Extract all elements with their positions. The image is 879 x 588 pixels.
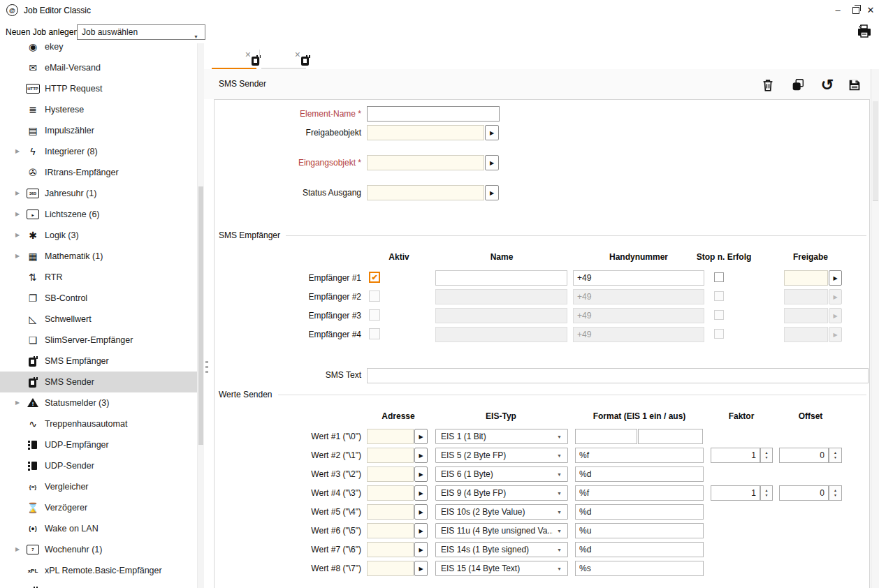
- sidebar-item-udp-sender[interactable]: UDP-Sender: [0, 455, 197, 476]
- eis-typ-select-1[interactable]: EIS 1 (1 Bit)▼: [435, 429, 568, 444]
- adresse-picker-button-8[interactable]: ▶: [414, 561, 428, 576]
- sidebar-item-xpl-remote-basic-empf-nger[interactable]: xPLxPL Remote.Basic-Empfänger: [0, 560, 197, 581]
- adresse-picker-button-6[interactable]: ▶: [414, 523, 428, 538]
- faktor-spinner-2[interactable]: ▲▼: [760, 448, 773, 463]
- tab-close-icon[interactable]: ×: [245, 49, 251, 60]
- eis-typ-select-2[interactable]: EIS 5 (2 Byte FP)▼: [435, 448, 568, 463]
- sidebar-item-schwellwert[interactable]: ◺Schwellwert: [0, 309, 197, 330]
- freigabe-picker-button-1[interactable]: ▶: [829, 270, 842, 286]
- offset-spinner-4[interactable]: ▲▼: [829, 485, 842, 501]
- reset-button[interactable]: ↺: [818, 76, 836, 94]
- panel-scrollbar-thumb[interactable]: [873, 101, 878, 201]
- format-input-2[interactable]: [575, 448, 704, 463]
- eis-typ-select-8[interactable]: EIS 15 (14 Byte Text)▼: [435, 561, 568, 576]
- tab-sms-sender-1[interactable]: ×: [212, 43, 256, 69]
- adresse-picker-button-4[interactable]: ▶: [414, 485, 428, 501]
- faktor-spinner-4[interactable]: ▲▼: [760, 485, 773, 501]
- freigabeobjekt-picker-button[interactable]: ▶: [485, 125, 499, 140]
- eis-typ-select-6[interactable]: EIS 11u (4 Byte unsigned Va...▼: [435, 523, 568, 538]
- adresse-picker-button-1[interactable]: ▶: [414, 429, 428, 444]
- sidebar-item-integrierer-8[interactable]: ▶ϟIntegrierer (8): [0, 141, 197, 162]
- eis-typ-select-5[interactable]: EIS 10s (2 Byte Value)▼: [435, 504, 568, 520]
- adresse-input-8[interactable]: [367, 561, 414, 576]
- adresse-input-2[interactable]: [367, 448, 414, 463]
- format-input-4[interactable]: [575, 485, 704, 501]
- offset-spinner-2[interactable]: ▲▼: [829, 448, 842, 463]
- sidebar-item-impulsz-hler[interactable]: ▤Impulszähler: [0, 120, 197, 141]
- expand-arrow-icon[interactable]: ▶: [15, 399, 24, 406]
- format-ein-input-1[interactable]: [575, 429, 637, 444]
- adresse-picker-button-3[interactable]: ▶: [414, 466, 428, 482]
- delete-button[interactable]: [759, 76, 777, 94]
- adresse-input-5[interactable]: [367, 504, 414, 520]
- sidebar-item-sb-control[interactable]: ❐SB-Control: [0, 288, 197, 309]
- adresse-picker-button-7[interactable]: ▶: [414, 542, 428, 557]
- expand-arrow-icon[interactable]: ▶: [15, 253, 24, 259]
- sidebar-item-udp-empf-nger[interactable]: UDP-Empfänger: [0, 434, 197, 455]
- tab-close-icon[interactable]: ×: [295, 49, 300, 60]
- job-select-dropdown[interactable]: Job auswählen ▼: [77, 24, 205, 40]
- adresse-picker-button-2[interactable]: ▶: [414, 448, 428, 463]
- name-input-1[interactable]: [435, 270, 567, 286]
- print-button[interactable]: [855, 23, 873, 41]
- sidebar-item-wochenuhr-1[interactable]: ▶7Wochenuhr (1): [0, 539, 197, 560]
- sidebar-splitter[interactable]: [204, 43, 214, 588]
- sidebar-item-slimserver-empf-nger[interactable]: ❏SlimServer-Empfänger: [0, 330, 197, 351]
- format-input-3[interactable]: [575, 466, 704, 482]
- sidebar-item-logik-3[interactable]: ▶✱Logik (3): [0, 225, 197, 246]
- tab-sms-sender-2[interactable]: ×: [261, 43, 306, 69]
- expand-arrow-icon[interactable]: ▶: [15, 546, 24, 552]
- faktor-input-4[interactable]: [711, 485, 760, 501]
- expand-arrow-icon[interactable]: ▶: [15, 148, 24, 154]
- eingangsobjekt-input[interactable]: [367, 155, 484, 170]
- format-input-5[interactable]: [575, 504, 704, 520]
- status-ausgang-input[interactable]: [367, 185, 484, 200]
- aktiv-checkbox-1[interactable]: ✔: [369, 272, 380, 283]
- adresse-input-3[interactable]: [367, 466, 414, 482]
- eis-typ-select-4[interactable]: EIS 9 (4 Byte FP)▼: [435, 485, 568, 501]
- duplicate-button[interactable]: [789, 76, 807, 94]
- sidebar-item-lichtszene-6[interactable]: ▶▸Lichtszene (6): [0, 204, 197, 225]
- sidebar-item-jahresuhr-1[interactable]: ▶365Jahresuhr (1): [0, 183, 197, 204]
- adresse-input-4[interactable]: [367, 485, 414, 501]
- sidebar-item-rtr[interactable]: ⇅RTR: [0, 267, 197, 288]
- sidebar-item-sms-empf-nger[interactable]: SMS Empfänger: [0, 351, 197, 372]
- element-name-input[interactable]: [367, 106, 500, 122]
- sidebar-item-ekey[interactable]: ◉ekey: [0, 43, 197, 57]
- save-button[interactable]: [845, 76, 864, 94]
- expand-arrow-icon[interactable]: ▶: [15, 232, 24, 238]
- sidebar-item-verz-gerer[interactable]: ⌛Verzögerer: [0, 497, 197, 518]
- adresse-input-7[interactable]: [367, 542, 414, 557]
- eingangsobjekt-picker-button[interactable]: ▶: [485, 155, 499, 170]
- stop-checkbox-1[interactable]: [714, 272, 724, 282]
- sidebar-item-email-versand[interactable]: ✉eMail-Versand: [0, 57, 197, 78]
- faktor-input-2[interactable]: [711, 448, 760, 463]
- format-aus-input-1[interactable]: [638, 429, 703, 444]
- adresse-input-6[interactable]: [367, 523, 414, 538]
- offset-input-2[interactable]: [779, 448, 829, 463]
- sidebar-item-item[interactable]: [0, 581, 197, 588]
- adresse-input-1[interactable]: [367, 429, 414, 444]
- sidebar-item-http-request[interactable]: HTTPHTTP Request: [0, 78, 197, 99]
- sidebar-item-treppenhausautomat[interactable]: ∿Treppenhausautomat: [0, 413, 197, 434]
- sidebar-item-mathematik-1[interactable]: ▶▦Mathematik (1): [0, 246, 197, 267]
- sidebar-scrollbar-thumb[interactable]: [198, 186, 203, 445]
- expand-arrow-icon[interactable]: ▶: [15, 190, 24, 196]
- sidebar-item-sms-sender[interactable]: SMS Sender: [0, 372, 197, 392]
- freigabeobjekt-input[interactable]: [367, 125, 484, 140]
- eis-typ-select-3[interactable]: EIS 6 (1 Byte)▼: [435, 466, 568, 482]
- format-input-7[interactable]: [575, 542, 704, 557]
- format-input-6[interactable]: [575, 523, 704, 538]
- sms-text-input[interactable]: [367, 368, 869, 383]
- sidebar-item-irtrans-empf-nger[interactable]: ✇IRtrans-Empfänger: [0, 162, 197, 183]
- freigabe-input-1[interactable]: [784, 270, 828, 286]
- sidebar-item-hysterese[interactable]: ≣Hysterese: [0, 99, 197, 120]
- sidebar-scrollbar[interactable]: [197, 43, 204, 588]
- eis-typ-select-7[interactable]: EIS 14s (1 Byte signed)▼: [435, 542, 568, 557]
- panel-scrollbar[interactable]: [871, 69, 879, 588]
- status-ausgang-picker-button[interactable]: ▶: [485, 185, 499, 200]
- format-input-8[interactable]: [575, 561, 704, 576]
- sidebar-item-wake-on-lan[interactable]: (●)Wake on LAN: [0, 518, 197, 539]
- close-button[interactable]: ✕: [862, 0, 879, 20]
- handynummer-input-1[interactable]: [573, 270, 704, 286]
